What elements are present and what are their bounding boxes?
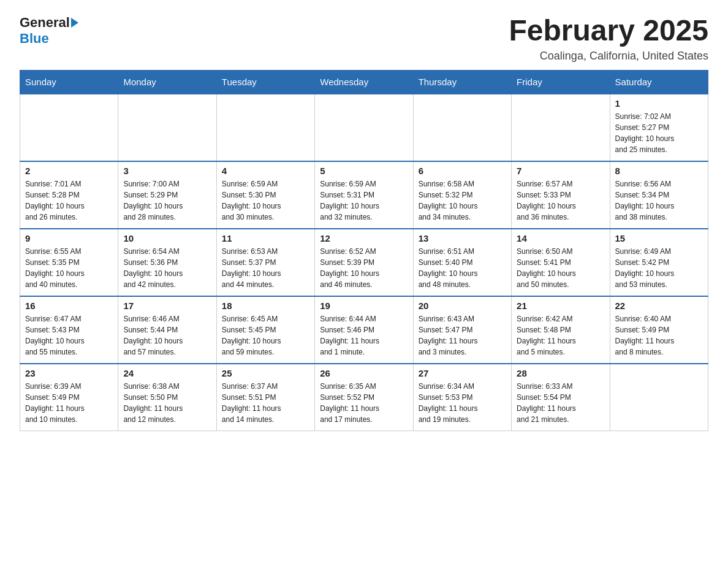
location-subtitle: Coalinga, California, United States — [509, 50, 708, 63]
calendar-cell — [610, 364, 708, 431]
day-info: Sunrise: 6:51 AMSunset: 5:40 PMDaylight:… — [419, 246, 506, 290]
day-info: Sunrise: 6:49 AMSunset: 5:42 PMDaylight:… — [615, 246, 703, 290]
day-number: 18 — [222, 301, 309, 311]
month-title: February 2025 — [509, 15, 708, 47]
calendar-cell: 21Sunrise: 6:42 AMSunset: 5:48 PMDayligh… — [512, 296, 610, 364]
day-info: Sunrise: 7:01 AMSunset: 5:28 PMDaylight:… — [25, 178, 113, 223]
calendar-cell — [315, 94, 413, 161]
calendar-cell: 22Sunrise: 6:40 AMSunset: 5:49 PMDayligh… — [610, 296, 708, 364]
calendar-cell: 26Sunrise: 6:35 AMSunset: 5:52 PMDayligh… — [315, 364, 413, 431]
day-number: 17 — [123, 301, 211, 311]
day-info: Sunrise: 6:57 AMSunset: 5:33 PMDaylight:… — [517, 178, 604, 223]
day-number: 2 — [25, 166, 113, 176]
logo: General Blue — [20, 15, 78, 47]
calendar-cell: 7Sunrise: 6:57 AMSunset: 5:33 PMDaylight… — [512, 161, 610, 229]
weekday-header-thursday: Thursday — [413, 70, 511, 94]
day-info: Sunrise: 6:33 AMSunset: 5:54 PMDaylight:… — [517, 381, 604, 425]
calendar-week-row: 1Sunrise: 7:02 AMSunset: 5:27 PMDaylight… — [20, 94, 708, 161]
calendar-cell: 4Sunrise: 6:59 AMSunset: 5:30 PMDaylight… — [216, 161, 314, 229]
day-info: Sunrise: 7:02 AMSunset: 5:27 PMDaylight:… — [615, 111, 703, 155]
calendar-cell: 13Sunrise: 6:51 AMSunset: 5:40 PMDayligh… — [413, 229, 511, 296]
day-info: Sunrise: 6:59 AMSunset: 5:31 PMDaylight:… — [320, 178, 408, 223]
calendar-cell: 12Sunrise: 6:52 AMSunset: 5:39 PMDayligh… — [315, 229, 413, 296]
calendar-cell: 23Sunrise: 6:39 AMSunset: 5:49 PMDayligh… — [20, 364, 118, 431]
day-number: 25 — [222, 368, 309, 378]
weekday-header-sunday: Sunday — [20, 70, 118, 94]
day-info: Sunrise: 6:56 AMSunset: 5:34 PMDaylight:… — [615, 178, 703, 223]
weekday-header-tuesday: Tuesday — [216, 70, 314, 94]
calendar-cell: 16Sunrise: 6:47 AMSunset: 5:43 PMDayligh… — [20, 296, 118, 364]
day-info: Sunrise: 6:52 AMSunset: 5:39 PMDaylight:… — [320, 246, 408, 290]
calendar-cell: 27Sunrise: 6:34 AMSunset: 5:53 PMDayligh… — [413, 364, 511, 431]
day-number: 14 — [517, 233, 604, 243]
day-number: 12 — [320, 233, 408, 243]
day-number: 1 — [615, 98, 703, 109]
calendar-cell: 8Sunrise: 6:56 AMSunset: 5:34 PMDaylight… — [610, 161, 708, 229]
calendar-week-row: 16Sunrise: 6:47 AMSunset: 5:43 PMDayligh… — [20, 296, 708, 364]
day-number: 27 — [419, 368, 506, 378]
calendar-cell: 9Sunrise: 6:55 AMSunset: 5:35 PMDaylight… — [20, 229, 118, 296]
calendar-cell: 18Sunrise: 6:45 AMSunset: 5:45 PMDayligh… — [216, 296, 314, 364]
calendar-week-row: 9Sunrise: 6:55 AMSunset: 5:35 PMDaylight… — [20, 229, 708, 296]
page-header: General Blue February 2025 Coalinga, Cal… — [20, 15, 708, 63]
day-number: 13 — [419, 233, 506, 243]
day-info: Sunrise: 6:39 AMSunset: 5:49 PMDaylight:… — [25, 381, 113, 425]
calendar-cell — [512, 94, 610, 161]
day-number: 9 — [25, 233, 113, 243]
calendar-cell: 11Sunrise: 6:53 AMSunset: 5:37 PMDayligh… — [216, 229, 314, 296]
day-number: 11 — [222, 233, 309, 243]
day-number: 4 — [222, 166, 309, 176]
day-info: Sunrise: 6:46 AMSunset: 5:44 PMDaylight:… — [123, 313, 211, 358]
day-info: Sunrise: 7:00 AMSunset: 5:29 PMDaylight:… — [123, 178, 211, 223]
day-info: Sunrise: 6:47 AMSunset: 5:43 PMDaylight:… — [25, 313, 113, 358]
weekday-header-row: SundayMondayTuesdayWednesdayThursdayFrid… — [20, 70, 708, 94]
weekday-header-wednesday: Wednesday — [315, 70, 413, 94]
day-info: Sunrise: 6:35 AMSunset: 5:52 PMDaylight:… — [320, 381, 408, 425]
day-number: 19 — [320, 301, 408, 311]
calendar-cell: 6Sunrise: 6:58 AMSunset: 5:32 PMDaylight… — [413, 161, 511, 229]
day-info: Sunrise: 6:43 AMSunset: 5:47 PMDaylight:… — [419, 313, 506, 358]
calendar-week-row: 2Sunrise: 7:01 AMSunset: 5:28 PMDaylight… — [20, 161, 708, 229]
day-info: Sunrise: 6:58 AMSunset: 5:32 PMDaylight:… — [419, 178, 506, 223]
day-info: Sunrise: 6:34 AMSunset: 5:53 PMDaylight:… — [419, 381, 506, 425]
calendar-cell — [413, 94, 511, 161]
day-number: 15 — [615, 233, 703, 243]
calendar-cell: 2Sunrise: 7:01 AMSunset: 5:28 PMDaylight… — [20, 161, 118, 229]
day-info: Sunrise: 6:59 AMSunset: 5:30 PMDaylight:… — [222, 178, 309, 223]
calendar-cell: 25Sunrise: 6:37 AMSunset: 5:51 PMDayligh… — [216, 364, 314, 431]
calendar-cell — [20, 94, 118, 161]
calendar-cell: 28Sunrise: 6:33 AMSunset: 5:54 PMDayligh… — [512, 364, 610, 431]
day-number: 21 — [517, 301, 604, 311]
day-info: Sunrise: 6:54 AMSunset: 5:36 PMDaylight:… — [123, 246, 211, 290]
calendar-cell: 20Sunrise: 6:43 AMSunset: 5:47 PMDayligh… — [413, 296, 511, 364]
calendar-cell: 5Sunrise: 6:59 AMSunset: 5:31 PMDaylight… — [315, 161, 413, 229]
day-number: 23 — [25, 368, 113, 378]
day-number: 7 — [517, 166, 604, 176]
calendar-cell: 19Sunrise: 6:44 AMSunset: 5:46 PMDayligh… — [315, 296, 413, 364]
day-number: 6 — [419, 166, 506, 176]
logo-arrow-icon — [71, 18, 78, 28]
day-number: 10 — [123, 233, 211, 243]
day-info: Sunrise: 6:55 AMSunset: 5:35 PMDaylight:… — [25, 246, 113, 290]
day-number: 22 — [615, 301, 703, 311]
title-block: February 2025 Coalinga, California, Unit… — [509, 15, 708, 63]
calendar-cell — [216, 94, 314, 161]
day-info: Sunrise: 6:40 AMSunset: 5:49 PMDaylight:… — [615, 313, 703, 358]
day-info: Sunrise: 6:38 AMSunset: 5:50 PMDaylight:… — [123, 381, 211, 425]
weekday-header-monday: Monday — [118, 70, 216, 94]
calendar-cell: 1Sunrise: 7:02 AMSunset: 5:27 PMDaylight… — [610, 94, 708, 161]
day-number: 24 — [123, 368, 211, 378]
day-number: 16 — [25, 301, 113, 311]
calendar-body: 1Sunrise: 7:02 AMSunset: 5:27 PMDaylight… — [20, 94, 708, 431]
day-info: Sunrise: 6:45 AMSunset: 5:45 PMDaylight:… — [222, 313, 309, 358]
day-info: Sunrise: 6:37 AMSunset: 5:51 PMDaylight:… — [222, 381, 309, 425]
calendar-cell: 10Sunrise: 6:54 AMSunset: 5:36 PMDayligh… — [118, 229, 216, 296]
calendar-cell: 15Sunrise: 6:49 AMSunset: 5:42 PMDayligh… — [610, 229, 708, 296]
logo-blue-text: Blue — [20, 31, 49, 46]
weekday-header-friday: Friday — [512, 70, 610, 94]
day-number: 5 — [320, 166, 408, 176]
day-info: Sunrise: 6:44 AMSunset: 5:46 PMDaylight:… — [320, 313, 408, 358]
day-info: Sunrise: 6:53 AMSunset: 5:37 PMDaylight:… — [222, 246, 309, 290]
calendar-week-row: 23Sunrise: 6:39 AMSunset: 5:49 PMDayligh… — [20, 364, 708, 431]
day-info: Sunrise: 6:42 AMSunset: 5:48 PMDaylight:… — [517, 313, 604, 358]
